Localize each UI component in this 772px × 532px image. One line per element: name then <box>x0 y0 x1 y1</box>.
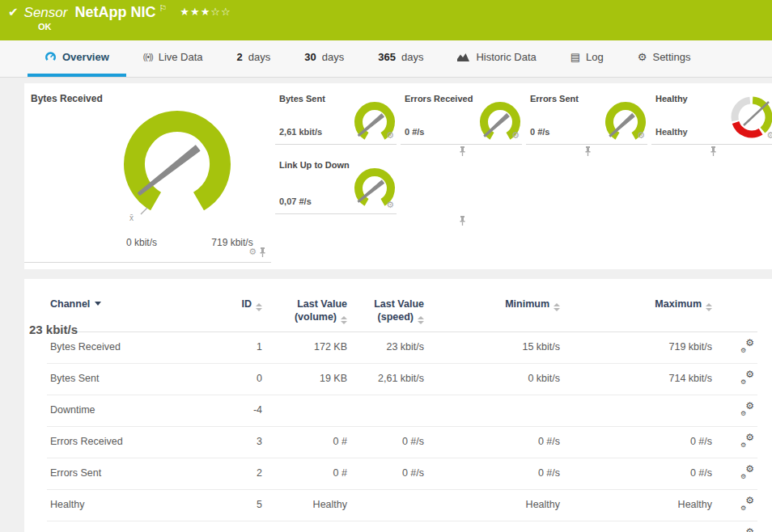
cell-min: 0,04 #/s <box>427 521 563 532</box>
gauge-tile-errors-sent: Errors Sent 0 #/s ⚙ <box>526 83 647 145</box>
channel-settings-gear-icon[interactable]: ⚙ <box>766 130 772 141</box>
table-row: Bytes Received 1 172 KB 23 kbit/s 15 kbi… <box>47 331 757 363</box>
channel-settings-gear-icon[interactable]: ⚙ <box>248 247 257 257</box>
tab-2-days-number: 2 <box>237 51 243 63</box>
gauge-value: Healthy <box>655 127 688 137</box>
healthy-donut-gauge <box>729 95 772 140</box>
channel-settings-gear-icon[interactable]: ⚙ <box>386 130 394 141</box>
pin-icon[interactable] <box>259 247 266 257</box>
edit-channel-gears-icon[interactable]: ⚙⚙ <box>740 466 754 479</box>
status-check-icon: ✔ <box>8 5 19 19</box>
cell-max: Healthy <box>563 489 715 521</box>
col-header-last-value-volume[interactable]: Last Value (volume) <box>265 285 350 331</box>
cell-volume: 172 KB <box>265 331 350 363</box>
sort-icon <box>256 303 262 311</box>
table-row: Link Up to Down 4 4 # 0,07 #/s 0,04 #/s … <box>47 521 757 532</box>
table-row: Errors Sent 2 0 # 0 #/s 0 #/s 0 #/s ⚙⚙ <box>47 458 757 489</box>
channel-settings-gear-icon[interactable]: ⚙ <box>386 200 394 210</box>
tab-log-label: Log <box>586 51 604 63</box>
gear-icon: ⚙ <box>638 51 647 63</box>
small-gauge <box>473 99 527 150</box>
col-header-minimum-label: Minimum <box>505 298 549 310</box>
cell-id: 2 <box>213 458 265 489</box>
edit-channel-gears-icon[interactable]: ⚙⚙ <box>740 497 754 510</box>
tab-overview-label: Overview <box>62 51 109 63</box>
sensor-status-header: ✔ Sensor NetApp NIC ⚐ ★★★☆☆ OK <box>0 0 772 40</box>
col-header-speed-line1: Last Value <box>374 298 424 310</box>
cell-channel: Bytes Sent <box>47 363 213 395</box>
small-gauge <box>599 99 652 150</box>
tab-30-days-number: 30 <box>304 51 316 63</box>
stars-filled[interactable]: ★★★ <box>180 6 210 18</box>
edit-channel-gears-icon[interactable]: ⚙⚙ <box>740 340 754 353</box>
tab-30-days[interactable]: 30 days <box>287 40 361 77</box>
pin-icon[interactable] <box>710 146 717 156</box>
gauge-tile-errors-received: Errors Received 0 #/s ⚙ <box>401 83 522 145</box>
col-header-id[interactable]: ID <box>213 285 265 331</box>
edit-channel-gears-icon[interactable]: ⚙⚙ <box>740 434 754 447</box>
gauge-value: 23 kbit/s <box>29 323 78 336</box>
col-header-speed-line2: (speed) <box>378 311 414 323</box>
channel-settings-gear-icon[interactable]: ⚙ <box>637 130 645 141</box>
table-row: Downtime -4 ⚙⚙ <box>47 395 757 426</box>
col-header-last-value-speed[interactable]: Last Value (speed) <box>350 285 427 331</box>
sensor-name: NetApp NIC <box>74 4 155 21</box>
tab-365-days[interactable]: 365 days <box>361 40 440 77</box>
tab-historic-data-label: Historic Data <box>476 51 536 63</box>
edit-channel-gears-icon[interactable]: ⚙⚙ <box>740 371 754 384</box>
pin-icon[interactable] <box>459 146 466 156</box>
tab-live-data[interactable]: ((•)) Live Data <box>126 40 220 77</box>
gauge-value: 0,07 #/s <box>279 196 312 206</box>
cell-id: 3 <box>213 426 265 458</box>
tab-historic-data[interactable]: Historic Data <box>440 40 553 77</box>
cell-max: 719 kbit/s <box>563 331 715 363</box>
tab-30-days-label: days <box>322 51 344 63</box>
primary-gauge: x̄ <box>100 98 254 235</box>
gauge-tile-link-up-to-down: Link Up to Down 0,07 #/s ⚙ <box>275 150 397 214</box>
gauge-scale-min: 0 kbit/s <box>109 237 174 248</box>
cell-speed: 23 kbit/s <box>350 331 427 363</box>
stars-empty[interactable]: ☆☆ <box>210 6 231 18</box>
channels-table: Channel ID Last Value (volume) Last Valu… <box>47 285 757 532</box>
edit-channel-gears-icon[interactable]: ⚙⚙ <box>740 403 754 416</box>
tab-overview[interactable]: Overview <box>28 40 126 77</box>
gauge-icon <box>45 51 57 63</box>
sort-icon <box>418 316 424 324</box>
col-header-maximum-label: Maximum <box>655 298 702 310</box>
cell-max: 0 #/s <box>563 426 715 458</box>
gauge-value: 2,61 kbit/s <box>279 127 322 137</box>
tab-settings[interactable]: ⚙ Settings <box>621 40 708 77</box>
cell-id: -4 <box>213 395 265 426</box>
table-row: Bytes Sent 0 19 KB 2,61 kbit/s 0 kbit/s … <box>47 363 757 395</box>
cell-id: 0 <box>213 363 265 395</box>
cell-speed: 0 #/s <box>350 426 427 458</box>
channel-settings-gear-icon[interactable]: ⚙ <box>511 130 520 141</box>
col-header-maximum[interactable]: Maximum <box>563 285 715 331</box>
table-row: Errors Received 3 0 # 0 #/s 0 #/s 0 #/s … <box>47 426 757 458</box>
col-header-volume-line2: (volume) <box>295 311 337 323</box>
cell-id: 1 <box>213 331 265 363</box>
tab-2-days-label: days <box>248 51 270 63</box>
gauge-tile-bytes-received: Bytes Received x̄ 0 kbit/s 719 kbit/s 23… <box>24 83 271 263</box>
cell-volume: 0 # <box>265 458 350 489</box>
pin-icon[interactable] <box>584 146 592 156</box>
object-type-label: Sensor <box>24 5 68 21</box>
tab-log[interactable]: ▤ Log <box>554 40 621 77</box>
edit-channel-gears-icon[interactable]: ⚙⚙ <box>740 529 754 532</box>
cell-min: 0 #/s <box>427 458 563 489</box>
priority-stars[interactable]: ★★★☆☆ <box>180 6 231 18</box>
status-badge: OK <box>38 22 52 32</box>
col-header-channel-label: Channel <box>50 298 90 310</box>
gauge-value: 0 #/s <box>530 127 549 137</box>
gauge-tile-bytes-sent: Bytes Sent 2,61 kbit/s ⚙ <box>275 83 397 145</box>
cell-speed: 0 #/s <box>350 458 427 489</box>
cell-max: 4,08 #/s <box>563 521 715 532</box>
pin-icon[interactable] <box>459 216 466 226</box>
gauges-panel: Bytes Received x̄ 0 kbit/s 719 kbit/s 23… <box>24 83 772 269</box>
area-chart-icon <box>457 53 470 62</box>
cell-volume: 4 # <box>265 521 350 532</box>
favorite-flag-icon[interactable]: ⚐ <box>159 3 167 14</box>
col-header-minimum[interactable]: Minimum <box>427 285 563 331</box>
tab-live-data-label: Live Data <box>159 51 203 63</box>
tab-2-days[interactable]: 2 days <box>220 40 288 77</box>
